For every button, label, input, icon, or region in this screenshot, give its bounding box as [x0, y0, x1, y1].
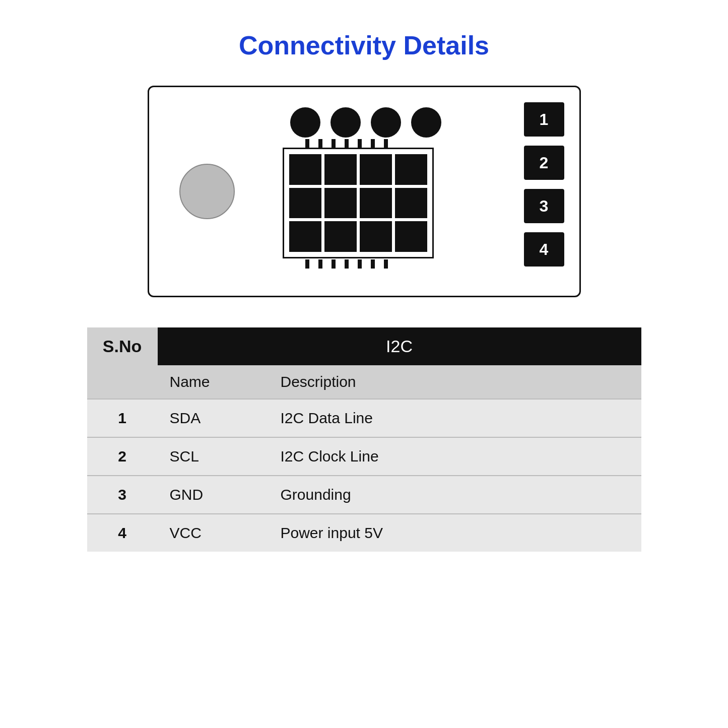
pcb-ic-cell — [360, 221, 392, 252]
table-cell-name: SDA — [158, 399, 269, 437]
pcb-ic-cell — [395, 221, 427, 252]
sub-header-sno — [87, 365, 158, 399]
table-cell-sno: 4 — [87, 514, 158, 552]
pcb-leg — [358, 259, 362, 269]
pcb-ic-legs-bottom — [305, 259, 388, 269]
table-cell-sno: 2 — [87, 437, 158, 476]
pcb-ic-cell — [324, 221, 357, 252]
table-cell-description: I2C Clock Line — [269, 437, 641, 476]
pcb-pin-3 — [371, 107, 401, 138]
connectivity-table: S.No I2C Name Description 1SDAI2C Data L… — [87, 327, 641, 552]
pcb-component-circle — [179, 164, 235, 219]
pcb-number-pin-4: 4 — [524, 232, 564, 267]
table-cell-name: SCL — [158, 437, 269, 476]
pcb-leg — [332, 139, 336, 148]
pcb-ic-cell — [395, 154, 427, 185]
pcb-leg — [305, 139, 309, 148]
pcb-pin-2 — [330, 107, 361, 138]
table-cell-description: Power input 5V — [269, 514, 641, 552]
pcb-diagram: 1 2 3 4 — [148, 86, 581, 297]
pcb-number-pin-3: 3 — [524, 189, 564, 223]
pcb-leg — [318, 139, 322, 148]
pcb-leg — [305, 259, 309, 269]
protocol-header: I2C — [158, 327, 641, 365]
pcb-leg — [384, 139, 388, 148]
pcb-number-pin-1: 1 — [524, 102, 564, 137]
pcb-leg — [371, 139, 375, 148]
pcb-ic-cell — [289, 154, 321, 185]
table-row: 4VCCPower input 5V — [87, 514, 641, 552]
pcb-top-pins — [290, 107, 441, 138]
pcb-numbered-pins: 1 2 3 4 — [524, 102, 564, 267]
pcb-pin-1 — [290, 107, 320, 138]
pcb-ic-cell — [360, 154, 392, 185]
pcb-ic-cell — [395, 188, 427, 219]
table-cell-sno: 1 — [87, 399, 158, 437]
table-header-row: S.No I2C — [87, 327, 641, 365]
sub-header-desc: Description — [269, 365, 641, 399]
pcb-leg — [371, 259, 375, 269]
table-row: 3GNDGrounding — [87, 476, 641, 514]
pcb-ic-cell — [360, 188, 392, 219]
table-cell-description: I2C Data Line — [269, 399, 641, 437]
pcb-leg — [345, 139, 349, 148]
table-row: 1SDAI2C Data Line — [87, 399, 641, 437]
pcb-ic-cell — [289, 221, 321, 252]
sub-header-name: Name — [158, 365, 269, 399]
pcb-leg — [318, 259, 322, 269]
pcb-leg — [345, 259, 349, 269]
pcb-ic-chip — [283, 148, 434, 258]
pcb-number-pin-2: 2 — [524, 146, 564, 180]
table-cell-name: GND — [158, 476, 269, 514]
pcb-ic-cell — [324, 188, 357, 219]
pcb-leg — [332, 259, 336, 269]
pcb-ic-cell — [324, 154, 357, 185]
page-title: Connectivity Details — [239, 30, 489, 60]
table-cell-description: Grounding — [269, 476, 641, 514]
pcb-ic-legs-top — [305, 139, 388, 148]
table-cell-name: VCC — [158, 514, 269, 552]
sno-header: S.No — [87, 327, 158, 365]
table-row: 2SCLI2C Clock Line — [87, 437, 641, 476]
table-cell-sno: 3 — [87, 476, 158, 514]
table-sub-header-row: Name Description — [87, 365, 641, 399]
pcb-ic-cell — [289, 188, 321, 219]
pcb-leg — [358, 139, 362, 148]
pcb-pin-4 — [411, 107, 441, 138]
pcb-leg — [384, 259, 388, 269]
